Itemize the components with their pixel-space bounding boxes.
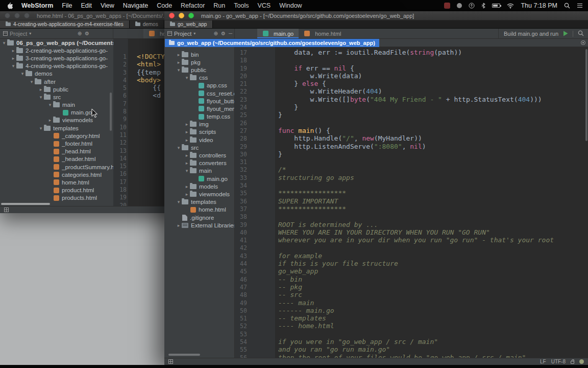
- lock-icon[interactable]: [571, 361, 574, 364]
- code-line[interactable]: 55and you ran "go run main.go": [235, 346, 588, 353]
- editor-tab-home-html[interactable]: home.html: [299, 29, 346, 38]
- code-line[interactable]: 31: [235, 158, 588, 166]
- status-icon[interactable]: [457, 3, 462, 8]
- menu-file[interactable]: File: [62, 2, 72, 9]
- chevron-collapsed-icon[interactable]: ▸: [38, 87, 44, 92]
- tree-item-bin[interactable]: ▸bin: [164, 51, 234, 58]
- menu-code[interactable]: Code: [157, 2, 172, 9]
- toolwindow-switcher-icon[interactable]: [168, 359, 173, 364]
- chevron-collapsed-icon[interactable]: ▸: [176, 60, 182, 65]
- tree-item-public[interactable]: ▸public: [0, 85, 113, 93]
- toolwindow-switcher-icon[interactable]: [4, 208, 9, 212]
- locate-icon[interactable]: ⊕: [78, 31, 82, 36]
- menu-refactor[interactable]: Refactor: [181, 2, 205, 9]
- tree-item-products-html[interactable]: products.html: [0, 194, 113, 202]
- chevron-expanded-icon[interactable]: ▾: [176, 67, 182, 73]
- tree-item-home-html[interactable]: home.html: [164, 206, 234, 214]
- code-line[interactable]: 37*****************: [235, 205, 588, 213]
- menu-navigate[interactable]: Navigate: [123, 2, 148, 9]
- editor-scrollbar[interactable]: [585, 49, 587, 141]
- tree-item-pkg[interactable]: ▸pkg: [164, 58, 234, 66]
- menu-vcs[interactable]: VCS: [257, 2, 271, 9]
- bluetooth-icon[interactable]: [481, 3, 485, 9]
- tree-item-4-creating-web-applications-go-[interactable]: ▾4-creating-web-applications-go-: [0, 62, 113, 70]
- gear-icon[interactable]: ⚙: [221, 31, 226, 36]
- zoom-button[interactable]: [24, 13, 30, 18]
- tree-item-src[interactable]: ▾src: [0, 93, 113, 101]
- tree-item-main[interactable]: ▾main: [164, 167, 234, 175]
- tree-item-templates[interactable]: ▾templates: [164, 198, 234, 206]
- code-line[interactable]: 27func main() {: [235, 127, 588, 134]
- code-line[interactable]: 41wherever you are in your dir when you …: [235, 236, 588, 244]
- project-panel-title[interactable]: Project: [174, 31, 191, 37]
- tree-item-external-libraries[interactable]: ▸External Libraries: [164, 221, 234, 229]
- code-line[interactable]: 43for example: [235, 252, 588, 260]
- window-tab-go-web-app[interactable]: go_web_app: [164, 20, 213, 28]
- chevron-expanded-icon[interactable]: ▾: [38, 126, 44, 131]
- battery-icon[interactable]: [492, 4, 500, 8]
- project-tool-icon[interactable]: [3, 31, 8, 36]
- code-line[interactable]: 30}: [235, 150, 588, 158]
- tree-item-public[interactable]: ▾public: [164, 66, 234, 74]
- tree-item-demos[interactable]: ▾demos: [0, 70, 113, 78]
- code-line[interactable]: 51-- templates: [235, 314, 588, 322]
- code-line[interactable]: 24 }: [235, 103, 588, 111]
- tree-item-main[interactable]: ▾main: [0, 101, 113, 109]
- tree-item--productsummary-html[interactable]: _productSummary.html: [0, 163, 113, 171]
- code-line[interactable]: 50------ main.go: [235, 307, 588, 314]
- tree-item-video[interactable]: ▸video: [164, 136, 234, 144]
- code-line[interactable]: 52---- home.html: [235, 322, 588, 330]
- code-line[interactable]: 21 } else {: [235, 80, 588, 87]
- code-line[interactable]: 53: [235, 330, 588, 338]
- menu-run[interactable]: Run: [213, 2, 225, 9]
- chevron-collapsed-icon[interactable]: ▸: [184, 153, 190, 158]
- tree-vertical-scrollbar[interactable]: [110, 93, 112, 131]
- apple-menu-icon[interactable]: [7, 2, 13, 10]
- editor-tab-main-go[interactable]: main.go: [257, 29, 299, 38]
- tree-item-scripts[interactable]: ▸scripts: [164, 128, 234, 136]
- chevron-collapsed-icon[interactable]: ▸: [184, 184, 190, 189]
- chevron-expanded-icon[interactable]: ▾: [10, 63, 16, 68]
- code-line[interactable]: 32/*: [235, 166, 588, 173]
- code-line[interactable]: 28 http.Handle("/", new(MyHandler)): [235, 134, 588, 142]
- tree-item-css[interactable]: ▾css: [164, 74, 234, 82]
- code-line[interactable]: 39ROOT is determined by ...: [235, 221, 588, 228]
- code-line[interactable]: 33structuring go apps: [235, 174, 588, 181]
- foreground-window-titlebar[interactable]: main.go - go_web_app - [~/Documents/go/s…: [164, 11, 588, 20]
- chevron-collapsed-icon[interactable]: ▸: [176, 223, 182, 228]
- menu-window[interactable]: Window: [279, 2, 302, 9]
- tree-item-2-creating-web-applications-go-[interactable]: ▸2-creating-web-applications-go-: [0, 47, 113, 54]
- tree-item-product-html[interactable]: product.html: [0, 187, 113, 194]
- chevron-collapsed-icon[interactable]: ▸: [184, 122, 190, 127]
- menu-tools[interactable]: Tools: [234, 2, 249, 9]
- tree-horizontal-scrollbar[interactable]: [1, 203, 50, 205]
- chevron-expanded-icon[interactable]: ▾: [176, 199, 182, 204]
- code-line[interactable]: 49---- main: [235, 299, 588, 307]
- chevron-collapsed-icon[interactable]: ▸: [184, 160, 190, 166]
- code-line[interactable]: 56then the root of your files would be "…: [235, 354, 588, 358]
- code-line[interactable]: 34: [235, 181, 588, 189]
- chevron-expanded-icon[interactable]: ▾: [184, 168, 190, 173]
- line-separator-indicator[interactable]: LF: [540, 359, 546, 364]
- code-line[interactable]: 25}: [235, 111, 588, 119]
- notification-center-icon[interactable]: [577, 3, 583, 8]
- tree-item--head-html[interactable]: _head.html: [0, 148, 113, 155]
- chevron-expanded-icon[interactable]: ▾: [176, 145, 182, 150]
- chevron-expanded-icon[interactable]: ▾: [19, 71, 26, 76]
- code-line[interactable]: 47-- pkg: [235, 283, 588, 291]
- run-button[interactable]: [563, 31, 568, 36]
- close-button[interactable]: [169, 13, 175, 18]
- code-analysis-icon[interactable]: [579, 359, 584, 364]
- tree-item-3-creating-web-applications-go-[interactable]: ▸3-creating-web-applications-go-: [0, 54, 113, 62]
- chevron-expanded-icon[interactable]: ▾: [47, 102, 53, 107]
- code-line[interactable]: 20 w.Write(data): [235, 72, 588, 80]
- project-panel-title[interactable]: Project: [10, 31, 27, 37]
- code-line[interactable]: 19 if err == nil {: [235, 64, 588, 72]
- code-line[interactable]: 44if this is your file structure: [235, 260, 588, 267]
- selected-project-root[interactable]: go_web_app (~/Documents/go/src/github.co…: [165, 39, 379, 47]
- minimize-button[interactable]: [14, 13, 20, 18]
- tree-item-flyout-menu-css[interactable]: flyout_menu.css: [164, 105, 234, 112]
- tree-item-models[interactable]: ▸models: [164, 182, 234, 190]
- hide-panel-icon[interactable]: ─: [229, 31, 232, 36]
- code-line[interactable]: 18: [235, 56, 588, 64]
